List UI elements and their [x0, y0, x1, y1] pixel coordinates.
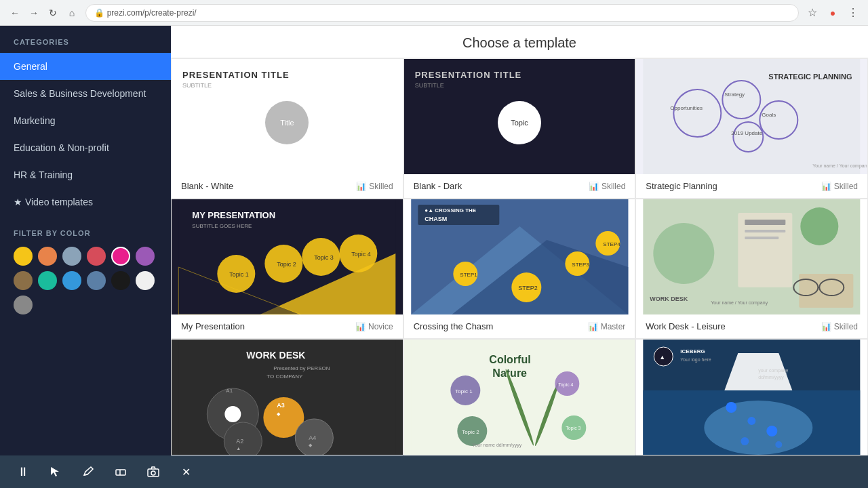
account-button[interactable]: ● [825, 5, 841, 21]
svg-text:STEP3: STEP3 [572, 262, 589, 268]
svg-text:A4: A4 [309, 434, 316, 441]
svg-point-90 [767, 426, 778, 436]
svg-text:Topic 4: Topic 4 [351, 251, 371, 258]
template-info-blank-white: Blank - White📊 Skilled [172, 174, 403, 198]
svg-text:Topic 1: Topic 1 [229, 271, 249, 278]
color-purple[interactable] [136, 247, 155, 266]
sidebar-item-video[interactable]: ★ Video templates [0, 188, 171, 216]
level-bars-icon: 📊 [589, 182, 599, 191]
svg-text:Topic 3: Topic 3 [566, 426, 580, 431]
template-name-blank-dark: Blank - Dark [414, 181, 462, 191]
svg-line-99 [84, 474, 87, 475]
sidebar-item-general[interactable]: General [0, 53, 171, 80]
template-card-iceberg[interactable]: ▲ ICEBERG Your logo here your company dd… [635, 339, 868, 455]
color-pink[interactable] [111, 247, 130, 266]
color-steel-blue[interactable] [87, 271, 106, 290]
sidebar: CATEGORIES General Sales & Business Deve… [0, 26, 171, 455]
svg-text:Your name / Your company: Your name / Your company [813, 163, 867, 169]
sidebar-item-marketing[interactable]: Marketing [0, 107, 171, 134]
template-info-my-presentation: My Presentation📊 Novice [172, 314, 403, 338]
bottom-toolbar: ⏸ ✕ [0, 455, 868, 488]
sidebar-item-hr[interactable]: HR & Training [0, 161, 171, 188]
filter-by-color-section: FILTER BY COLOR [0, 216, 171, 328]
template-card-colorful-nature[interactable]: Colorful Nature Topic 1 Topic 2 Topic 4 … [403, 339, 636, 455]
color-gray[interactable] [14, 296, 33, 314]
template-card-work-desk-dark[interactable]: WORK DESK Presented by PERSON TO COMPANY… [171, 339, 403, 455]
color-yellow[interactable] [14, 247, 33, 266]
sidebar-item-education[interactable]: Education & Non-profit [0, 134, 171, 161]
color-blue[interactable] [62, 271, 81, 290]
svg-text:Topic 1: Topic 1 [455, 388, 473, 394]
template-card-work-desk-leisure[interactable]: WORK DESK Your name / Your company Work … [635, 199, 868, 339]
browser-bar: ← → ↻ ⌂ 🔒 prezi.com/p/create-prezi/ ☆ ● … [0, 0, 868, 26]
template-card-blank-white[interactable]: PRESENTATION TITLE SUBTITLE Title Blank … [171, 58, 403, 199]
svg-text:●▲ CROSSING THE: ●▲ CROSSING THE [425, 207, 477, 214]
svg-text:Your name  dd/mm/yyyy: Your name dd/mm/yyyy [472, 443, 521, 448]
eraser-button[interactable] [108, 460, 133, 484]
address-bar[interactable]: 🔒 prezi.com/p/create-prezi/ [85, 4, 799, 22]
color-black[interactable] [111, 271, 130, 290]
svg-text:STEP1: STEP1 [460, 272, 477, 278]
svg-point-47 [801, 207, 839, 245]
svg-text:A3: A3 [277, 402, 285, 409]
content-area: Choose a template PRESENTATION TITLE SUB… [171, 26, 868, 455]
template-info-crossing-chasm: Crossing the Chasm📊 Master [404, 314, 635, 338]
template-thumb-crossing-chasm: STEP1 STEP2 STEP3 STEP4 ●▲ CROSSING THE … [404, 199, 635, 314]
template-info-blank-dark: Blank - Dark📊 Skilled [404, 174, 635, 198]
svg-text:▲: ▲ [236, 446, 241, 451]
svg-text:SUBTITLE GOES HERE: SUBTITLE GOES HERE [192, 223, 252, 229]
color-brown[interactable] [14, 271, 33, 290]
nav-buttons: ← → ↻ ⌂ [7, 5, 80, 21]
template-thumb-strategic-planning: STRATEGIC PLANNING Your name / Your comp… [636, 59, 867, 174]
svg-text:▲: ▲ [660, 354, 666, 361]
bookmark-button[interactable]: ☆ [804, 5, 821, 21]
pen-button[interactable] [76, 460, 100, 484]
forward-button[interactable]: → [26, 5, 42, 21]
svg-point-92 [776, 441, 783, 448]
color-teal[interactable] [38, 271, 57, 290]
svg-text:ICEBERG: ICEBERG [681, 348, 705, 354]
level-bars-icon: 📊 [821, 322, 831, 331]
cursor-button[interactable] [43, 460, 68, 484]
template-card-my-presentation[interactable]: MY PRESENTATION SUBTITLE GOES HERE Topic… [171, 199, 403, 339]
svg-text:Goals: Goals [762, 112, 776, 118]
template-name-work-desk-leisure: Work Desk - Leisure [646, 321, 726, 331]
color-red[interactable] [87, 247, 106, 266]
svg-point-87 [705, 401, 813, 455]
template-level-crossing-chasm: 📊 Master [588, 322, 626, 331]
template-thumb-work-desk-leisure: WORK DESK Your name / Your company [636, 199, 867, 314]
svg-text:STRATEGIC PLANNING: STRATEGIC PLANNING [769, 73, 852, 81]
close-button[interactable]: ✕ [174, 460, 198, 484]
menu-button[interactable]: ⋮ [845, 5, 861, 21]
template-card-blank-dark[interactable]: PRESENTATION TITLE SUBTITLE Topic Blank … [403, 58, 636, 199]
camera-button[interactable] [141, 460, 165, 484]
svg-text:Presented by PERSON: Presented by PERSON [273, 365, 330, 371]
svg-text:WORK DESK: WORK DESK [246, 350, 305, 361]
template-level-blank-dark: 📊 Skilled [589, 182, 625, 191]
template-card-strategic-planning[interactable]: STRATEGIC PLANNING Your name / Your comp… [635, 58, 868, 199]
svg-text:WORK DESK: WORK DESK [650, 296, 689, 302]
pause-button[interactable]: ⏸ [11, 460, 35, 484]
refresh-button[interactable]: ↻ [45, 5, 61, 21]
color-grid [14, 247, 157, 314]
color-white[interactable] [136, 271, 155, 290]
home-button[interactable]: ⌂ [64, 5, 80, 21]
sidebar-item-sales[interactable]: Sales & Business Development [0, 80, 171, 107]
template-card-crossing-chasm[interactable]: STEP1 STEP2 STEP3 STEP4 ●▲ CROSSING THE … [403, 199, 636, 339]
svg-text:Your logo here: Your logo here [681, 357, 711, 363]
page-title: Choose a template [171, 26, 868, 58]
svg-text:STEP4: STEP4 [603, 241, 620, 247]
template-info-work-desk-leisure: Work Desk - Leisure📊 Skilled [636, 314, 867, 338]
back-button[interactable]: ← [7, 5, 23, 21]
color-orange[interactable] [38, 247, 57, 266]
svg-point-42 [654, 223, 715, 284]
svg-text:STEP2: STEP2 [518, 285, 538, 291]
svg-text:Topic 3: Topic 3 [314, 254, 334, 261]
svg-text:Your name / Your company: Your name / Your company [711, 300, 768, 306]
template-thumb-colorful-nature: Colorful Nature Topic 1 Topic 2 Topic 4 … [404, 340, 635, 455]
url-text: prezi.com/p/create-prezi/ [107, 8, 197, 18]
svg-text:A2: A2 [236, 438, 243, 445]
color-blue-gray[interactable] [62, 247, 81, 266]
lock-icon: 🔒 [94, 8, 104, 18]
svg-text:TO COMPANY: TO COMPANY [267, 373, 303, 380]
